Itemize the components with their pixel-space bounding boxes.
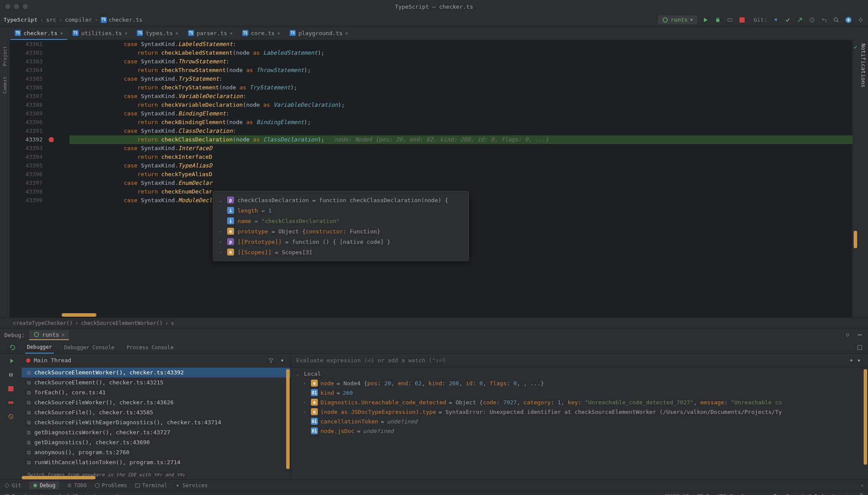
code-line[interactable]: case SyntaxKind.EnumDeclar (69, 179, 858, 187)
code-line[interactable]: case SyntaxKind.ThrowStatement: (69, 57, 858, 66)
code-area[interactable]: case SyntaxKind.LabeledStatement: return… (48, 40, 858, 318)
rerun-icon[interactable] (9, 344, 17, 351)
chevron-icon[interactable]: › (219, 239, 224, 244)
code-line[interactable]: return checkClassDeclaration(node as Cla… (69, 135, 858, 144)
variable-row[interactable]: ›e node = Node4 {pos: 20, end: 62, kind:… (291, 378, 868, 388)
close-icon[interactable]: ✕ (125, 30, 128, 36)
breadcrumb[interactable]: TypeScript› src› compiler› TS checker.ts (3, 16, 142, 23)
frames-list[interactable]: ⧉checkSourceElementWorker(), checker.ts:… (22, 367, 290, 470)
stack-frame[interactable]: ⧉checkSourceFileWorker(), checker.ts:436… (22, 397, 290, 407)
indent[interactable]: 4 spaces (740, 493, 766, 495)
close-icon[interactable]: ✕ (345, 30, 348, 36)
stack-frame[interactable]: ⧉getDiagnostics(), checker.ts:43690 (22, 437, 290, 447)
debug-session-tab[interactable]: runts ✕ (29, 330, 69, 340)
close-icon[interactable]: ✕ (277, 30, 281, 36)
scrollbar-thumb[interactable] (864, 369, 867, 465)
gear-icon[interactable] (857, 16, 865, 24)
stack-frame[interactable]: ⧉anonymous(), program.ts:2760 (22, 447, 290, 457)
editor-tab[interactable]: TSutilities.ts✕ (68, 27, 132, 40)
editor-tab[interactable]: TSchecker.ts✕ (10, 27, 67, 40)
breadcrumb-seg[interactable]: checker.ts (109, 16, 142, 23)
variable-row[interactable]: ›e Diagnostics.Unreachable_code_detected… (291, 397, 868, 407)
search-icon[interactable] (832, 16, 840, 24)
stack-frame[interactable]: ⧉checkSourceFileWithEagerDiagnostics(), … (22, 417, 290, 427)
run-config-selector[interactable]: runts ▼ (658, 15, 697, 24)
mute-breakpoints-icon[interactable] (7, 413, 15, 420)
editor-scrollbar-track[interactable] (852, 40, 858, 318)
stop-icon[interactable] (7, 385, 15, 393)
close-icon[interactable]: ✕ (62, 332, 65, 338)
code-line[interactable]: return checkLabeledStatement(node as Lab… (69, 49, 858, 57)
code-line[interactable]: return checkBindingElement(node as Bindi… (69, 118, 858, 127)
chevron-icon[interactable]: › (303, 400, 308, 405)
close-dot[interactable] (5, 4, 10, 9)
chevron-icon[interactable]: › (303, 381, 308, 386)
chevron-down-icon[interactable]: ▾ (855, 357, 863, 364)
popup-property-row[interactable]: ilength = 1 (213, 205, 469, 216)
close-icon[interactable]: ✕ (230, 30, 233, 36)
gear-icon[interactable] (844, 331, 851, 339)
code-line[interactable]: case SyntaxKind.TryStatement: (69, 75, 858, 83)
crumb-item[interactable]: s (171, 320, 174, 326)
thread-name[interactable]: Main Thread (34, 357, 71, 364)
resume-icon[interactable] (7, 357, 15, 365)
code-line[interactable]: case SyntaxKind.TypeAliasD (69, 161, 858, 170)
process-console-tab[interactable]: Process Console (125, 342, 175, 353)
inspection-ok-icon[interactable] (853, 45, 858, 49)
chevron-icon[interactable]: › (219, 229, 224, 234)
git-push-icon[interactable] (796, 16, 804, 24)
notifications-tool[interactable]: Notifications (860, 43, 867, 88)
scrollbar-thumb[interactable] (286, 369, 290, 469)
close-icon[interactable]: ✕ (861, 482, 864, 488)
right-tool-rail[interactable]: Notifications (858, 40, 868, 318)
encoding[interactable]: UTF-8 (717, 493, 733, 495)
add-icon[interactable] (845, 16, 852, 24)
chevron-down-icon[interactable]: ⌄ (296, 371, 301, 376)
history-icon[interactable] (808, 16, 816, 24)
chevron-down-icon[interactable]: ▾ (278, 357, 286, 364)
variable-row[interactable]: 01 node.jsDoc = undefined (291, 426, 868, 436)
window-controls[interactable] (5, 4, 28, 9)
debug-icon[interactable] (714, 16, 722, 24)
code-line[interactable]: return checkVariableDeclaration(node as … (69, 101, 858, 109)
breadcrumb-seg[interactable]: compiler (65, 16, 92, 23)
code-line[interactable]: return checkThrowStatement(node as Throw… (69, 66, 858, 75)
stack-frame[interactable]: ⧉checkSourceElementWorker(), checker.ts:… (22, 367, 290, 377)
popup-property-row[interactable]: ›p[[Prototype]] = function () { [native … (213, 236, 469, 247)
rollback-icon[interactable] (820, 16, 828, 24)
code-line[interactable]: return checkInterfaceD (69, 153, 858, 161)
add-watch-icon[interactable]: + (848, 357, 855, 364)
editor-tab[interactable]: TStypes.ts✕ (132, 27, 182, 40)
debugger-tab[interactable]: Debugger (25, 341, 54, 354)
layout-icon[interactable] (856, 344, 864, 351)
variable-row[interactable]: ›e (node as JSDocTypeExpression).type = … (291, 407, 868, 416)
close-icon[interactable]: ✕ (175, 30, 178, 36)
problems-tool[interactable]: Problems (95, 482, 127, 488)
evaluate-expression-input[interactable] (296, 357, 848, 364)
git-commit-icon[interactable] (784, 16, 792, 24)
commit-tool[interactable]: Commit (1, 74, 9, 96)
pause-icon[interactable] (7, 371, 15, 379)
git-tool[interactable]: Git (4, 482, 21, 488)
scrollbar-thumb[interactable] (854, 231, 857, 248)
lock-icon[interactable] (859, 493, 864, 495)
stack-frame[interactable]: ⧉forEach(), core.ts:41 (22, 387, 290, 397)
editor-tab[interactable]: TScore.ts✕ (238, 27, 284, 40)
line-separator[interactable]: CRLF (696, 493, 709, 495)
popup-property-row[interactable]: ›e[[Scopes]] = Scopes[3] (213, 247, 469, 257)
crumb-item[interactable]: createTypeChecker() (13, 320, 73, 326)
breadcrumb-seg[interactable]: src (46, 16, 56, 23)
code-line[interactable]: return checkTryStatement(node as TryStat… (69, 83, 858, 92)
variable-row[interactable]: 01 kind = 260 (291, 388, 868, 397)
code-line[interactable]: case SyntaxKind.BindingElement: (69, 109, 858, 118)
run-icon[interactable] (702, 16, 710, 24)
chevron-icon[interactable]: › (303, 410, 308, 414)
debug-tool[interactable]: Debug (29, 482, 59, 489)
left-tool-rail[interactable]: Project Commit (0, 40, 10, 318)
git-update-icon[interactable] (772, 16, 779, 24)
crumb-item[interactable]: checkSourceElementWorker() (81, 320, 163, 326)
stop-icon[interactable] (738, 16, 746, 24)
scope-header[interactable]: ⌄ Local (291, 369, 868, 378)
close-icon[interactable]: ✕ (60, 30, 63, 36)
horizontal-scrollbar[interactable] (62, 313, 96, 317)
